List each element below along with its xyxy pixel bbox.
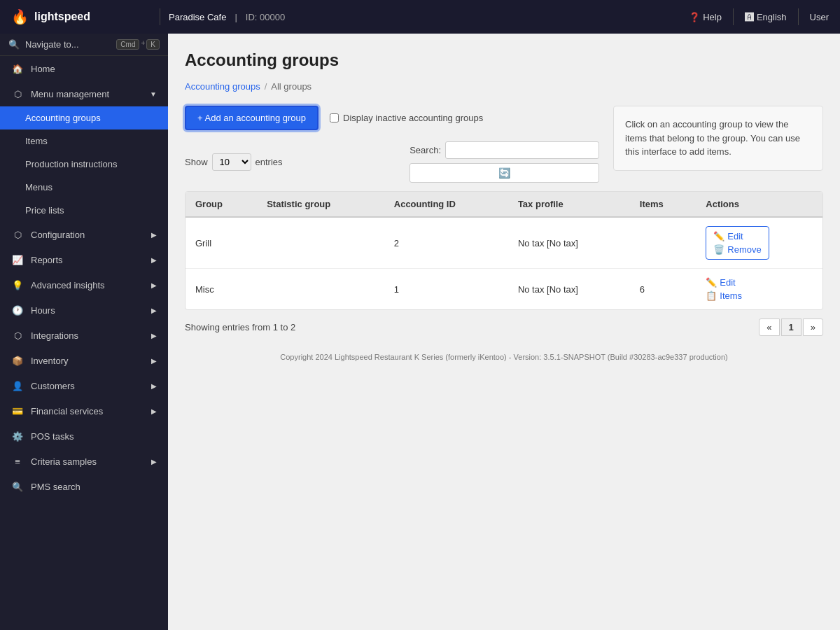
home-icon: 🏠 [11,62,24,75]
topbar-divider-1 [160,8,160,25]
sidebar-item-items[interactable]: Items [0,130,168,153]
sidebar-item-menus[interactable]: Menus [0,176,168,199]
search-input[interactable] [445,141,599,159]
keyboard-shortcut: Cmd + K [116,39,160,50]
nav-search-label: Navigate to... [25,39,111,50]
main-content: Accounting groups Accounting groups / Al… [168,34,840,630]
col-group: Group [186,192,257,217]
user-link[interactable]: User [810,12,829,22]
help-icon: ❓ [689,12,700,22]
cell-items-grill [630,217,696,269]
table-row: Misc 1 No tax [No tax] 6 ✏️ Edit 📋 [186,269,822,310]
action-cell-misc: ✏️ Edit 📋 Items [706,277,813,301]
pagination-next[interactable]: » [803,318,823,336]
topbar-right: ❓ Help 🅰 English User [689,8,829,25]
col-tax-profile: Tax profile [508,192,630,217]
col-accounting-id: Accounting ID [384,192,508,217]
sidebar-item-financial-services[interactable]: 💳 Financial services ▶ [0,398,168,424]
reports-icon: 📈 [11,253,24,266]
cell-items-misc: 6 [630,269,696,310]
pagination-page-1[interactable]: 1 [781,318,802,336]
cell-tax-grill: No tax [No tax] [508,217,630,269]
cell-accounting-id-misc: 1 [384,269,508,310]
breadcrumb-root-link[interactable]: Accounting groups [185,81,260,92]
table: Group Statistic group Accounting ID Tax … [186,192,822,309]
sidebar-item-hours[interactable]: 🕐 Hours ▶ [0,298,168,323]
remove-grill-button[interactable]: 🗑️ Remove [713,244,761,255]
chevron-right-inv-icon: ▶ [151,357,157,365]
logo-text: lightspeed [34,10,90,23]
col-actions: Actions [696,192,822,217]
restaurant-id: ID: 00000 [246,12,285,22]
col-statistic-group: Statistic group [257,192,384,217]
edit-misc-icon: ✏️ [706,277,717,288]
help-link[interactable]: ❓ Help [689,12,722,22]
display-inactive-checkbox[interactable] [330,113,339,122]
pos-tasks-icon: ⚙️ [11,430,24,442]
table-body: Grill 2 No tax [No tax] ✏️ Edit 🗑️ [186,217,822,309]
menu-management-icon: ⬡ [11,88,24,100]
sidebar-item-reports[interactable]: 📈 Reports ▶ [0,247,168,272]
sidebar-item-pms-search[interactable]: 🔍 PMS search [0,474,168,499]
cell-statistic-misc [257,269,384,310]
add-accounting-group-button[interactable]: + Add an accounting group [185,106,318,130]
entries-select[interactable]: 10 25 50 100 [212,153,251,171]
topbar-sep: | [234,12,237,22]
cell-group-grill: Grill [186,217,257,269]
chevron-right-crit-icon: ▶ [151,458,157,465]
sidebar-item-accounting-groups[interactable]: Accounting groups [0,106,168,130]
integrations-icon: ⬡ [11,329,24,342]
accounting-groups-table: Group Statistic group Accounting ID Tax … [185,191,823,310]
refresh-button[interactable]: 🔄 [410,163,599,183]
showing-entries-text: Showing entries from 1 to 2 [185,322,295,332]
table-row: Grill 2 No tax [No tax] ✏️ Edit 🗑️ [186,217,822,269]
inventory-icon: 📦 [11,354,24,367]
sidebar-item-integrations[interactable]: ⬡ Integrations ▶ [0,323,168,348]
sidebar-item-pos-tasks[interactable]: ⚙️ POS tasks [0,424,168,449]
sidebar-item-criteria-samples[interactable]: ≡ Criteria samples ▶ [0,449,168,474]
chevron-right-icon: ▶ [151,231,157,239]
table-header-row: Group Statistic group Accounting ID Tax … [186,192,822,217]
breadcrumb-current: All groups [271,81,312,92]
show-entries: Show 10 25 50 100 entries [185,153,283,171]
cell-actions-grill: ✏️ Edit 🗑️ Remove [696,217,822,269]
sidebar-item-menu-management[interactable]: ⬡ Menu management ▼ [0,81,168,106]
edit-grill-button[interactable]: ✏️ Edit [713,231,761,241]
search-area: Search: 🔄 [410,141,599,183]
items-icon: 📋 [706,290,717,301]
criteria-icon: ≡ [11,455,24,468]
chevron-right-int-icon: ▶ [151,332,157,340]
sidebar-item-customers[interactable]: 👤 Customers ▶ [0,373,168,398]
col-items: Items [630,192,696,217]
nav-search[interactable]: 🔍 Navigate to... Cmd + K [0,34,168,56]
pagination: « 1 » [759,318,823,336]
cell-actions-misc: ✏️ Edit 📋 Items [696,269,822,310]
page-title: Accounting groups [185,50,823,70]
chevron-down-icon: ▼ [150,90,157,98]
chevron-right-hours-icon: ▶ [151,307,157,314]
hours-icon: 🕐 [11,304,24,316]
sidebar: 🔍 Navigate to... Cmd + K 🏠 Home ⬡ Menu m… [0,34,168,630]
display-inactive-label[interactable]: Display inactive accounting groups [330,113,483,123]
search-row: Search: [410,141,599,159]
chevron-right-reports-icon: ▶ [151,256,157,264]
chevron-right-ai-icon: ▶ [151,281,157,289]
language-link[interactable]: 🅰 English [745,12,787,22]
sidebar-item-inventory[interactable]: 📦 Inventory ▶ [0,348,168,373]
pagination-prev[interactable]: « [759,318,779,336]
topbar: 🔥 lightspeed Paradise Cafe | ID: 00000 ❓… [0,0,840,34]
pagination-row: Showing entries from 1 to 2 « 1 » [185,318,823,336]
sidebar-item-production-instructions[interactable]: Production instructions [0,153,168,176]
edit-icon: ✏️ [713,231,724,241]
trash-icon: 🗑️ [713,244,724,255]
sidebar-item-home[interactable]: 🏠 Home [0,56,168,81]
layout: 🔍 Navigate to... Cmd + K 🏠 Home ⬡ Menu m… [0,34,840,630]
items-misc-button[interactable]: 📋 Items [706,290,813,301]
sidebar-item-configuration[interactable]: ⬡ Configuration ▶ [0,222,168,247]
sidebar-item-price-lists[interactable]: Price lists [0,199,168,222]
kbd-k: K [146,39,160,50]
pms-search-icon: 🔍 [11,480,24,493]
table-header: Group Statistic group Accounting ID Tax … [186,192,822,217]
edit-misc-button[interactable]: ✏️ Edit [706,277,813,288]
sidebar-item-advanced-insights[interactable]: 💡 Advanced insights ▶ [0,272,168,298]
